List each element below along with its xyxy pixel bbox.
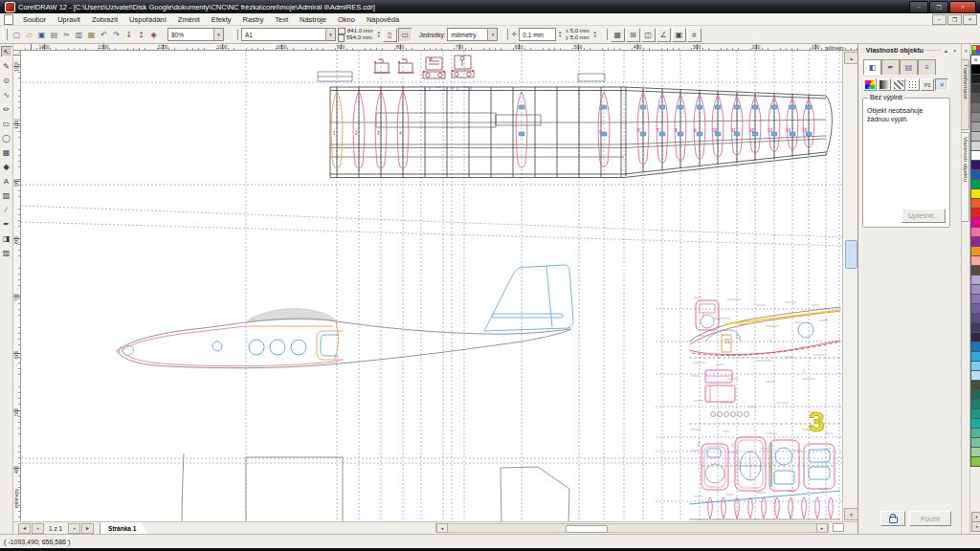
smart-drawing-tool[interactable]: ✏ [1,103,12,115]
scroll-up-icon[interactable]: ▲ [844,52,858,64]
freehand-tool[interactable]: ∿ [1,89,12,100]
undo-icon[interactable]: ↶ [98,29,110,41]
landscape-button[interactable]: ▭ [398,28,412,42]
docker-strip-close-icon[interactable]: × [963,47,969,55]
toolbar-grip[interactable] [503,29,508,40]
eyedropper-tool[interactable]: ∕ [1,204,12,215]
misc-outlines[interactable] [182,453,569,521]
fill-tool[interactable]: ◨ [1,232,12,244]
graph-paper-tool[interactable]: ▦ [1,146,12,158]
app-launcher-icon[interactable]: ◈ [147,29,160,41]
scroll-right-icon[interactable]: ► [816,523,828,533]
nudge-spinner[interactable]: ▲▼ [558,31,562,38]
mdi-restore-button[interactable]: ❐ [947,14,962,25]
nudge-input[interactable]: 0,1 mm [519,28,556,41]
save-icon[interactable]: ▣ [35,29,48,41]
horizontal-scroll-thumb[interactable] [566,525,608,533]
toolbar-grip[interactable] [234,29,238,40]
print-icon[interactable]: ▤ [48,29,60,41]
close-button[interactable]: × [949,1,976,13]
outline-tool[interactable]: ✒ [1,218,12,230]
pick-tool[interactable]: ↖ [1,46,12,57]
mdi-minimize-button[interactable]: – [932,14,947,25]
dup-x-value[interactable]: 5,0 mm [570,28,590,34]
texture-fill-button[interactable] [906,78,920,91]
rectangle-tool[interactable]: ▭ [1,118,12,129]
maximize-button[interactable]: ❐ [929,1,948,13]
menu-uspořádání[interactable]: Uspořádání [123,15,172,24]
paper-size-spinner[interactable]: ▲▼ [377,31,381,38]
menu-okno[interactable]: Okno [332,15,361,24]
fountain-fill-button[interactable] [878,78,891,91]
zoom-tool[interactable]: ⊙ [1,75,12,86]
detail-tab-icon[interactable]: ≡ [918,59,936,75]
add-page-start-button[interactable]: + [32,523,44,534]
wing-plan-drawing[interactable] [318,72,832,178]
first-page-button[interactable]: ◄ [18,523,31,534]
tab-vlastnosti-objektu[interactable]: Vlastnosti objektu [962,132,969,222]
scrollbar-splitter[interactable] [833,523,844,532]
ellipse-tool[interactable]: ◯ [1,132,12,143]
menu-upravit[interactable]: Upravit [52,15,86,24]
horizontal-ruler[interactable]: milimetry 140013001200110010009008007006… [13,44,858,51]
menu-rastry[interactable]: Rastry [237,15,270,24]
export-icon[interactable]: ↥ [135,29,147,41]
servo-drawings[interactable] [373,55,474,78]
open-folder-icon[interactable]: ▱ [23,29,35,41]
palette-icon[interactable] [971,45,980,55]
redo-icon[interactable]: ↷ [110,29,122,41]
nose-block[interactable] [122,345,133,355]
last-page-button[interactable]: ► [81,523,94,534]
outline-tab-icon[interactable]: ✒ [881,59,900,75]
drawing-canvas[interactable]: 123456789101112131415 [21,51,842,521]
dup-y-value[interactable]: 5,0 mm [570,34,590,41]
wing-saddle-lines[interactable] [246,322,344,361]
scanned-plan-overlay[interactable]: 3 [689,298,840,519]
chevron-down-icon[interactable]: ▾ [325,29,335,40]
toolbar-grip[interactable] [3,29,8,40]
docker-collapse-icon[interactable]: ▴ [942,46,950,55]
basic-shapes-tool[interactable]: ◆ [1,161,12,172]
vertical-scroll-thumb[interactable] [845,240,858,269]
toolbar-grip[interactable] [603,29,608,40]
menu-text[interactable]: Text [269,15,294,24]
minimize-button[interactable]: – [909,1,928,13]
stabilizer-slot[interactable] [492,314,563,318]
rib-profile[interactable] [516,92,527,167]
menu-zobrazit[interactable]: Zobrazit [86,15,123,24]
color-swatch-88c840[interactable] [970,456,980,467]
dynamic-guides-icon[interactable]: ∠ [657,28,671,42]
snap-to-grid-icon[interactable]: ▦ [611,28,625,42]
mdi-close-button[interactable]: × [963,14,977,25]
menu-nástroje[interactable]: Nástroje [294,15,332,24]
cut-icon[interactable]: ✂ [60,29,73,41]
docker-close-icon[interactable]: × [950,46,959,55]
uniform-fill-button[interactable] [863,78,877,91]
lightening-holes[interactable] [212,335,339,356]
units-combo[interactable]: milimetry ▾ [447,28,498,41]
text-tool[interactable]: A [1,175,12,187]
apply-button[interactable]: Použít [909,511,951,526]
wing-ribs-center[interactable] [337,87,626,177]
fuselage-inner-outline[interactable] [120,326,341,366]
chevron-down-icon[interactable]: ▾ [213,29,223,40]
treat-as-filled-icon[interactable]: ▣ [672,28,686,42]
paper-height-value[interactable]: 594,0 mm [346,34,372,41]
interactive-blend-tool[interactable]: ▨ [1,189,12,201]
chevron-down-icon[interactable]: ▾ [487,29,497,40]
interactive-fill-tool[interactable]: ▥ [1,247,12,258]
paste-icon[interactable]: ▦ [85,29,98,41]
palette-expand-icon[interactable]: ◂ [971,521,980,532]
menu-změnit[interactable]: Změnit [172,15,206,24]
docker-title-bar[interactable]: ∷ Vlastnosti objektu ▴ × [858,44,961,56]
portrait-button[interactable]: ▯ [383,28,397,42]
shape-tool[interactable]: ✎ [1,60,12,72]
horizontal-guidelines[interactable] [21,82,842,463]
no-fill-button[interactable]: × [935,78,948,91]
vertical-scrollbar[interactable]: ▲ ▼ [842,51,858,521]
horizontal-scrollbar[interactable]: ◄ ► [435,523,829,533]
postscript-fill-button[interactable]: PS [921,78,934,91]
import-icon[interactable]: ↧ [122,29,135,41]
zoom-level-combo[interactable]: 80% ▾ [167,28,224,41]
new-document-icon[interactable]: ▢ [11,29,23,41]
